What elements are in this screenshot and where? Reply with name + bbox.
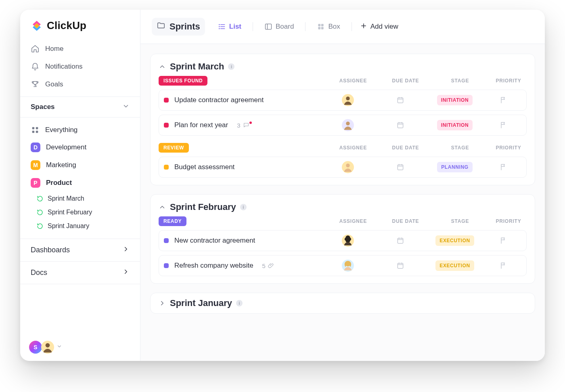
task-row[interactable]: New contractor agreement EXECUTION (159, 230, 527, 251)
profile-switcher[interactable]: S (20, 335, 140, 361)
col-assignee: ASSIGNEE (329, 145, 377, 151)
view-box[interactable]: Box (314, 20, 343, 33)
nav-home-label: Home (45, 45, 63, 53)
spaces-header[interactable]: Spaces (20, 96, 140, 117)
task-priority[interactable] (485, 163, 521, 171)
task-stage[interactable]: INITIATION (429, 120, 481, 130)
col-due: DUE DATE (381, 218, 430, 224)
space-development[interactable]: D Development (25, 138, 135, 156)
view-board[interactable]: Board (261, 20, 297, 33)
space-development-label: Development (46, 143, 86, 151)
status-pill-ready[interactable]: READY (159, 216, 186, 226)
task-stage[interactable]: PLANNING (429, 162, 481, 172)
task-assignee[interactable] (324, 260, 372, 272)
panel-sprint-march: Sprint March i ISSUES FOUND ASSIGNEE DUE… (150, 54, 535, 185)
space-everything[interactable]: Everything (25, 122, 135, 138)
chevron-right-icon (159, 300, 166, 307)
nav-goals-label: Goals (45, 80, 63, 88)
task-title: New contractor agreement (174, 237, 255, 245)
task-title: Plan for next year (174, 121, 228, 129)
bell-icon (31, 62, 40, 71)
task-attachments[interactable]: 5 (262, 262, 274, 269)
task-due-date[interactable] (376, 237, 425, 245)
task-title: Refresh company website (174, 262, 253, 270)
panel-head[interactable]: Sprint January i (159, 298, 527, 308)
sidebar: ClickUp Home Notifications Goals Spaces (20, 10, 140, 361)
task-due-date[interactable] (376, 121, 425, 129)
task-due-date[interactable] (376, 163, 425, 171)
panel-head[interactable]: Sprint February i (159, 202, 527, 212)
view-list-label: List (229, 23, 241, 31)
nav-goals[interactable]: Goals (25, 75, 135, 93)
task-row[interactable]: Plan for next year 3 INITIATION (159, 115, 527, 136)
col-assignee: ASSIGNEE (329, 78, 377, 84)
spaces-label: Spaces (31, 103, 55, 111)
task-row[interactable]: Budget assessment PLANNING (159, 157, 527, 178)
task-assignee[interactable] (324, 94, 372, 106)
sprint-icon (36, 209, 44, 216)
user-avatar (41, 341, 54, 354)
add-view-label: Add view (370, 23, 398, 31)
separator (253, 22, 253, 31)
task-priority[interactable] (485, 262, 521, 270)
breadcrumb[interactable]: Sprints (152, 18, 205, 36)
task-left: Plan for next year 3 (164, 121, 320, 129)
task-assignee[interactable] (324, 119, 372, 131)
task-row[interactable]: Update contractor agreement INITIATION (159, 90, 527, 111)
separator (305, 22, 306, 31)
task-assignee[interactable] (324, 161, 372, 173)
task-due-date[interactable] (376, 262, 425, 270)
column-headers: ASSIGNEE DUE DATE STAGE PRIORITY (329, 145, 527, 151)
stage-chip: PLANNING (437, 162, 472, 172)
task-title: Budget assessment (174, 163, 234, 171)
app-shell: ClickUp Home Notifications Goals Spaces (20, 10, 545, 361)
chevron-up-icon (159, 63, 166, 70)
task-row[interactable]: Refresh company website 5 EXECUTION (159, 255, 527, 276)
col-priority: PRIORITY (490, 145, 527, 151)
col-due: DUE DATE (381, 145, 430, 151)
column-headers: ASSIGNEE DUE DATE STAGE PRIORITY (329, 218, 527, 224)
sprint-list-label: Sprint February (48, 209, 92, 216)
sprint-list-item[interactable]: Sprint January (31, 219, 135, 233)
flag-icon (499, 262, 507, 270)
panel-head[interactable]: Sprint March i (159, 61, 527, 72)
stage-chip: EXECUTION (435, 235, 474, 246)
stage-chip: INITIATION (437, 120, 473, 130)
space-product[interactable]: P Product (25, 174, 135, 192)
task-due-date[interactable] (376, 96, 425, 104)
panel-title: Sprint February (170, 202, 236, 212)
nav-docs[interactable]: Docs (20, 261, 140, 284)
task-priority[interactable] (485, 96, 521, 104)
task-priority[interactable] (485, 121, 521, 129)
view-list[interactable]: List (215, 20, 245, 33)
task-title: Update contractor agreement (174, 96, 264, 104)
space-marketing[interactable]: M Marketing (25, 156, 135, 174)
nav-notifications[interactable]: Notifications (25, 58, 135, 75)
chevron-right-icon (122, 245, 130, 255)
chevron-up-icon (159, 203, 166, 211)
task-list: New contractor agreement EXECUTION Refre… (159, 230, 527, 276)
plus-icon (360, 22, 367, 31)
add-view[interactable]: Add view (360, 22, 398, 31)
calendar-icon (396, 237, 404, 245)
sprint-list-item[interactable]: Sprint February (31, 205, 135, 219)
task-priority[interactable] (485, 237, 521, 245)
board-icon (264, 23, 272, 31)
nav-dashboards[interactable]: Dashboards (20, 239, 140, 261)
nav-home[interactable]: Home (25, 40, 135, 58)
calendar-icon (396, 262, 404, 270)
task-stage[interactable]: INITIATION (429, 95, 481, 105)
task-stage[interactable]: EXECUTION (429, 235, 481, 246)
column-headers: ASSIGNEE DUE DATE STAGE PRIORITY (329, 78, 527, 84)
task-left: Update contractor agreement (164, 96, 320, 104)
brand: ClickUp (20, 10, 140, 38)
trophy-icon (31, 80, 40, 89)
task-comments[interactable]: 3 (237, 122, 254, 129)
task-assignee[interactable] (324, 235, 372, 247)
col-stage: STAGE (434, 78, 486, 84)
status-pill-review[interactable]: REVIEW (159, 143, 189, 153)
task-stage[interactable]: EXECUTION (429, 260, 481, 271)
status-pill-issues[interactable]: ISSUES FOUND (159, 76, 207, 86)
panel-sprint-february: Sprint February i READY ASSIGNEE DUE DAT… (150, 194, 535, 284)
sprint-list-item[interactable]: Sprint March (31, 192, 135, 205)
